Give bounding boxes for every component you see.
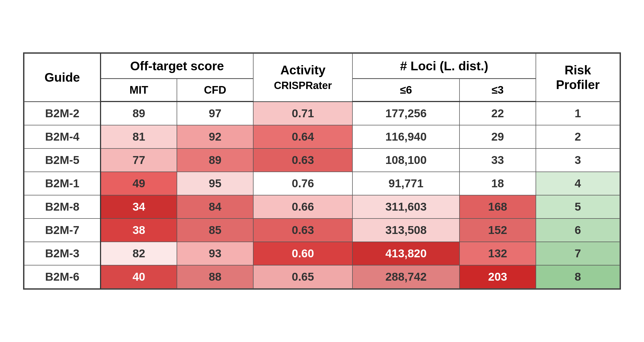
risk-profiler-label: RiskProfiler <box>556 63 600 92</box>
data-cell: 97 <box>177 102 253 125</box>
loci6-header: ≤6 <box>352 79 459 102</box>
data-cell: 132 <box>459 242 536 265</box>
table-row: B2M-481920.64116,940292 <box>24 125 620 148</box>
data-cell: 81 <box>101 125 177 148</box>
data-cell: 89 <box>177 148 253 172</box>
table-row: B2M-640880.65288,7422038 <box>24 265 620 289</box>
guide-cell: B2M-5 <box>24 148 101 172</box>
data-cell: 95 <box>177 172 253 195</box>
loci6-label: ≤6 <box>400 84 412 96</box>
guide-cell: B2M-2 <box>24 102 101 125</box>
header-row-top: Guide Off-target score Activity CRISPRat… <box>24 53 620 79</box>
loci3-header: ≤3 <box>459 79 536 102</box>
data-cell: 1 <box>536 102 620 125</box>
guide-cell: B2M-6 <box>24 265 101 289</box>
table-row: B2M-149950.7691,771184 <box>24 172 620 195</box>
data-cell: 0.63 <box>253 148 352 172</box>
data-cell: 3 <box>536 148 620 172</box>
data-cell: 5 <box>536 195 620 218</box>
data-table: Guide Off-target score Activity CRISPRat… <box>23 52 621 290</box>
data-cell: 82 <box>101 242 177 265</box>
activity-label: Activity <box>280 63 326 77</box>
guide-cell: B2M-4 <box>24 125 101 148</box>
data-cell: 413,820 <box>352 242 459 265</box>
data-cell: 88 <box>177 265 253 289</box>
data-cell: 0.76 <box>253 172 352 195</box>
data-cell: 288,742 <box>352 265 459 289</box>
data-cell: 38 <box>101 218 177 242</box>
data-cell: 49 <box>101 172 177 195</box>
loci-header: # Loci (L. dist.) <box>352 53 536 79</box>
mit-header: MIT <box>101 79 177 102</box>
data-cell: 203 <box>459 265 536 289</box>
table-row: B2M-382930.60413,8201327 <box>24 242 620 265</box>
data-cell: 34 <box>101 195 177 218</box>
table-row: B2M-834840.66311,6031685 <box>24 195 620 218</box>
off-target-label: Off-target score <box>130 59 224 73</box>
data-cell: 168 <box>459 195 536 218</box>
data-cell: 313,508 <box>352 218 459 242</box>
cfd-label: CFD <box>204 84 226 96</box>
data-cell: 0.65 <box>253 265 352 289</box>
loci-label: # Loci (L. dist.) <box>400 59 488 73</box>
guide-header-label: Guide <box>45 70 80 84</box>
data-cell: 40 <box>101 265 177 289</box>
cfd-header: CFD <box>177 79 253 102</box>
loci3-label: ≤3 <box>492 84 504 96</box>
data-cell: 91,771 <box>352 172 459 195</box>
mit-label: MIT <box>130 84 148 96</box>
data-cell: 8 <box>536 265 620 289</box>
data-cell: 116,940 <box>352 125 459 148</box>
guide-cell: B2M-1 <box>24 172 101 195</box>
data-cell: 93 <box>177 242 253 265</box>
data-cell: 29 <box>459 125 536 148</box>
data-cell: 6 <box>536 218 620 242</box>
data-cell: 77 <box>101 148 177 172</box>
data-cell: 92 <box>177 125 253 148</box>
data-cell: 85 <box>177 218 253 242</box>
risk-profiler-header: RiskProfiler <box>536 53 620 102</box>
data-cell: 177,256 <box>352 102 459 125</box>
data-cell: 0.66 <box>253 195 352 218</box>
data-cell: 22 <box>459 102 536 125</box>
data-cell: 18 <box>459 172 536 195</box>
off-target-header: Off-target score <box>101 53 253 79</box>
guide-header: Guide <box>24 53 101 102</box>
guide-cell: B2M-3 <box>24 242 101 265</box>
guide-cell: B2M-7 <box>24 218 101 242</box>
data-cell: 33 <box>459 148 536 172</box>
table-row: B2M-738850.63313,5081526 <box>24 218 620 242</box>
table-row: B2M-289970.71177,256221 <box>24 102 620 125</box>
data-cell: 2 <box>536 125 620 148</box>
data-cell: 152 <box>459 218 536 242</box>
data-cell: 311,603 <box>352 195 459 218</box>
data-cell: 89 <box>101 102 177 125</box>
data-cell: 0.60 <box>253 242 352 265</box>
data-cell: 0.64 <box>253 125 352 148</box>
data-cell: 7 <box>536 242 620 265</box>
guide-cell: B2M-8 <box>24 195 101 218</box>
data-cell: 84 <box>177 195 253 218</box>
data-cell: 0.63 <box>253 218 352 242</box>
crisprater-label: CRISPRater <box>274 80 332 91</box>
table-body: B2M-289970.71177,256221B2M-481920.64116,… <box>24 102 620 289</box>
data-cell: 108,100 <box>352 148 459 172</box>
activity-header: Activity CRISPRater <box>253 53 352 102</box>
data-cell: 0.71 <box>253 102 352 125</box>
data-cell: 4 <box>536 172 620 195</box>
table-row: B2M-577890.63108,100333 <box>24 148 620 172</box>
